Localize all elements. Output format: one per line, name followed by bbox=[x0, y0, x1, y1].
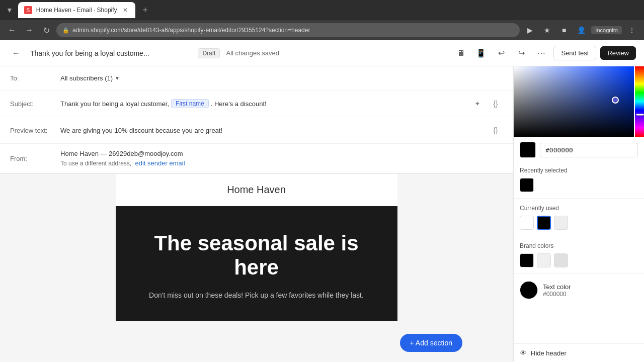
preview-value[interactable]: We are giving you 10% discount because y… bbox=[60, 127, 489, 134]
subject-label: Subject: bbox=[10, 100, 60, 108]
to-label: To: bbox=[10, 74, 60, 82]
desktop-view-btn[interactable]: 🖥 bbox=[453, 45, 469, 61]
recently-selected-label: Recently selected bbox=[520, 167, 638, 174]
divider-2 bbox=[514, 236, 644, 236]
url-text: admin.shopify.com/store/de8143-a6/apps/s… bbox=[72, 27, 310, 34]
hue-cursor bbox=[636, 114, 644, 116]
browser-chrome: ▼ S Home Haven - Email · Shopify ✕ + bbox=[0, 0, 644, 20]
menu-icon[interactable]: ⋮ bbox=[625, 23, 639, 37]
email-hero-title: The seasonal sale is here bbox=[136, 231, 377, 280]
edit-sender-link[interactable]: edit sender email bbox=[135, 159, 185, 167]
from-row: From: Home Haven — 26929deb@moodjoy.com … bbox=[0, 144, 513, 173]
text-color-row: Text color #000000 bbox=[514, 276, 644, 304]
eye-icon: 👁 bbox=[520, 349, 527, 357]
hide-header-label: Hide header bbox=[531, 349, 567, 357]
send-test-button[interactable]: Send test bbox=[553, 46, 596, 60]
color-picker-panel: Recently selected Currently used Brand c… bbox=[513, 66, 644, 362]
email-card: Home Haven The seasonal sale is here Don… bbox=[116, 174, 397, 321]
browser-nav: ← → ↻ 🔒 admin.shopify.com/store/de8143-a… bbox=[0, 20, 644, 40]
preview-actions: {} bbox=[489, 123, 503, 137]
used-color-2[interactable] bbox=[537, 216, 551, 230]
used-color-3[interactable] bbox=[554, 216, 568, 230]
email-hero-text: Don't miss out on these deals! Pick up a… bbox=[136, 290, 377, 301]
tab-favicon: S bbox=[24, 6, 32, 14]
text-color-label: Text color bbox=[543, 283, 571, 291]
brand-color-1[interactable] bbox=[520, 253, 534, 267]
hue-slider[interactable] bbox=[635, 66, 644, 137]
text-color-hex: #000000 bbox=[543, 291, 571, 298]
tab-close-btn[interactable]: ✕ bbox=[121, 6, 129, 14]
preview-text-row: Preview text: We are giving you 10% disc… bbox=[0, 117, 513, 144]
to-value: All subscribers (1) ▼ bbox=[60, 74, 503, 82]
text-color-info: Text color #000000 bbox=[543, 283, 571, 298]
more-options-btn[interactable]: ⋯ bbox=[533, 45, 549, 61]
email-title: Thank you for being a loyal custome... bbox=[30, 49, 192, 57]
brand-color-2[interactable] bbox=[537, 253, 551, 267]
brand-colors-section: Brand colors bbox=[514, 238, 644, 272]
brand-colors-label: Brand colors bbox=[520, 242, 638, 249]
back-btn[interactable]: ← bbox=[5, 23, 19, 37]
new-tab-btn[interactable]: + bbox=[138, 3, 152, 17]
gradient-canvas[interactable] bbox=[514, 66, 634, 137]
subject-personalize-icon[interactable]: {} bbox=[489, 97, 503, 111]
subject-sparkle-icon[interactable]: ✦ bbox=[470, 97, 485, 111]
hide-header-row[interactable]: 👁 Hide header bbox=[514, 343, 644, 362]
tab-title: Home Haven - Email · Shopify bbox=[36, 7, 117, 14]
text-color-swatch[interactable] bbox=[520, 281, 538, 299]
extension-icon[interactable]: ■ bbox=[557, 23, 571, 37]
gradient-picker[interactable] bbox=[514, 66, 644, 137]
color-input-row bbox=[514, 137, 644, 163]
subject-actions: ✦ {} bbox=[470, 97, 503, 111]
subscriber-text: All subscribers (1) bbox=[60, 74, 113, 82]
toolbar-actions: 🖥 📱 ↩ ↪ ⋯ Send test Review bbox=[453, 45, 636, 61]
preview-personalize-icon[interactable]: {} bbox=[489, 123, 503, 137]
redo-btn[interactable]: ↪ bbox=[513, 45, 529, 61]
incognito-btn[interactable]: Incognito bbox=[591, 26, 622, 34]
brand-color-3[interactable] bbox=[554, 253, 568, 267]
refresh-btn[interactable]: ↻ bbox=[39, 23, 53, 37]
saved-status: All changes saved bbox=[226, 49, 279, 57]
address-bar[interactable]: 🔒 admin.shopify.com/store/de8143-a6/apps… bbox=[56, 23, 520, 37]
dropdown-arrow-icon: ▼ bbox=[115, 75, 120, 81]
currently-used-label: Currently used bbox=[520, 205, 638, 212]
nav-actions: ▶ ★ ■ 👤 Incognito ⋮ bbox=[523, 23, 639, 37]
review-button[interactable]: Review bbox=[600, 46, 636, 60]
current-color-swatch[interactable] bbox=[520, 142, 536, 158]
bookmark-icon[interactable]: ★ bbox=[540, 23, 554, 37]
subscriber-dropdown[interactable]: All subscribers (1) ▼ bbox=[60, 74, 120, 82]
recently-selected-section: Recently selected bbox=[514, 163, 644, 196]
recent-color-1[interactable] bbox=[520, 178, 534, 192]
subject-value[interactable]: Thank you for being a loyal customer, Fi… bbox=[60, 99, 470, 108]
preview-label: Preview text: bbox=[10, 127, 60, 134]
hex-input[interactable] bbox=[540, 143, 638, 157]
forward-btn[interactable]: → bbox=[22, 23, 36, 37]
currently-used-section: Currently used bbox=[514, 201, 644, 234]
email-hero-section[interactable]: The seasonal sale is here Don't miss out… bbox=[116, 206, 397, 321]
email-preview-area: Home Haven The seasonal sale is here Don… bbox=[0, 174, 513, 362]
from-address: Home Haven — 26929deb@moodjoy.com bbox=[60, 150, 185, 157]
subject-row: Subject: Thank you for being a loyal cus… bbox=[0, 90, 513, 117]
browser-tab[interactable]: S Home Haven - Email · Shopify ✕ bbox=[18, 2, 135, 18]
used-color-1[interactable] bbox=[520, 216, 534, 230]
divider-3 bbox=[514, 274, 644, 274]
mobile-view-btn[interactable]: 📱 bbox=[473, 45, 489, 61]
email-header-section[interactable]: Home Haven bbox=[116, 174, 397, 206]
back-tab-btn[interactable]: ▼ bbox=[4, 6, 15, 14]
app: ← Thank you for being a loyal custome...… bbox=[0, 40, 644, 362]
first-name-badge[interactable]: First name bbox=[171, 99, 209, 108]
recently-selected-swatches bbox=[520, 178, 638, 192]
from-value: Home Haven — 26929deb@moodjoy.com To use… bbox=[60, 150, 185, 167]
subject-prefix: Thank you for being a loyal customer, bbox=[60, 100, 169, 108]
cast-icon[interactable]: ▶ bbox=[523, 23, 537, 37]
from-note-text: To use a different address, bbox=[60, 160, 131, 167]
from-label: From: bbox=[10, 155, 60, 162]
email-header-title: Home Haven bbox=[227, 184, 286, 195]
from-note-row: To use a different address, edit sender … bbox=[60, 159, 185, 167]
profile-icon[interactable]: 👤 bbox=[574, 23, 588, 37]
back-to-emails-btn[interactable]: ← bbox=[8, 45, 24, 61]
add-section-button[interactable]: + Add section bbox=[400, 334, 462, 352]
divider-1 bbox=[514, 198, 644, 199]
undo-btn[interactable]: ↩ bbox=[493, 45, 509, 61]
brand-color-swatches bbox=[520, 253, 638, 267]
email-fields: To: All subscribers (1) ▼ Subject: Thank… bbox=[0, 66, 513, 174]
